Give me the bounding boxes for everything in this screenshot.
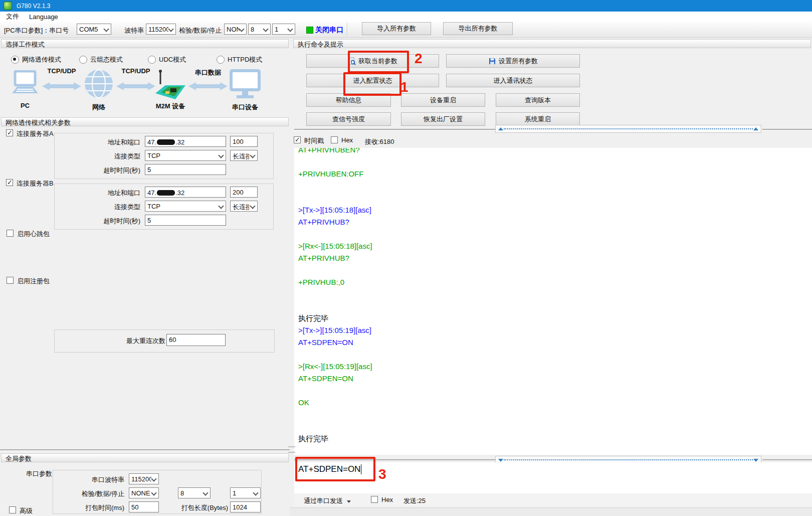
trackbar-thumb-icon[interactable] — [498, 459, 503, 462]
top-trackbar-slider[interactable] — [495, 125, 761, 133]
close-serial-button[interactable]: 关闭串口 — [315, 26, 343, 35]
checkbox-icon — [331, 136, 338, 143]
serial-open-status-icon — [306, 27, 313, 34]
log-line — [298, 156, 812, 168]
command-button[interactable]: 恢复出厂设置 — [401, 112, 485, 126]
server-b-address-input[interactable]: 47..32 — [145, 187, 226, 198]
title-bar: G780 V2.1.3 — [0, 0, 812, 12]
chevron-down-icon — [218, 203, 224, 209]
app-logo-icon — [4, 2, 12, 10]
trackbar-thumb-icon[interactable] — [498, 127, 503, 130]
log-line — [298, 180, 812, 192]
menu-item[interactable]: 文件 — [1, 12, 24, 22]
radio-icon — [79, 56, 87, 64]
log-line — [298, 349, 812, 361]
command-button[interactable]: 查信号强度 — [306, 112, 391, 126]
log-hex-checkbox[interactable]: Hex — [331, 136, 353, 144]
chevron-down-icon — [103, 26, 109, 32]
log-line — [298, 385, 812, 397]
server-a-timeout-input[interactable]: 5 — [145, 164, 226, 175]
checkbox-icon — [6, 129, 13, 136]
server-a-type-select[interactable]: TCP — [145, 150, 226, 161]
splitter-groove — [762, 459, 812, 460]
redacted-ip-segment — [157, 139, 175, 145]
stopbits-select[interactable]: 1 — [272, 24, 295, 35]
advanced-checkbox[interactable]: 高级 — [9, 506, 33, 515]
chevron-down-icon — [253, 490, 258, 495]
work-mode-radio[interactable]: 云组态模式 — [79, 55, 123, 64]
global-stopbits-select[interactable]: 1 — [230, 487, 261, 498]
at-command-log[interactable]: AT+PRIVHUBEN?+PRIVHUBEN:OFF>[Tx->][15:05… — [294, 148, 812, 455]
chevron-down-icon — [347, 500, 351, 503]
toolbar-separator — [347, 23, 347, 36]
server-b-port-input[interactable]: 200 — [230, 187, 258, 198]
global-baud-select[interactable]: 115200 — [129, 473, 159, 484]
reconnect-label: 最大重连次数 — [105, 336, 165, 346]
log-line — [298, 421, 812, 433]
arrow-icon — [42, 82, 81, 92]
server-a-checkbox[interactable]: 连接服务器A — [6, 129, 54, 138]
databits-select[interactable]: 8 — [248, 24, 271, 35]
log-line — [298, 228, 812, 240]
server-a-address-input[interactable]: 47..32 — [145, 136, 226, 147]
log-line: AT+PRIVHUB? — [298, 252, 812, 264]
trackbar-track — [504, 128, 753, 129]
work-mode-radio[interactable]: 网络透传模式 — [11, 55, 61, 64]
serial-node-label: 串口设备 — [226, 103, 265, 112]
global-databits-select[interactable]: 8 — [178, 487, 211, 498]
command-button[interactable]: 进入配置状态 — [306, 74, 439, 87]
m2m-device-icon — [153, 69, 187, 102]
import-params-button[interactable]: 导入所有参数 — [362, 22, 431, 35]
send-command-input[interactable]: AT+SDPEN=ON — [298, 464, 361, 474]
packtime-label: 打包时间(ms) — [74, 503, 124, 512]
chevron-down-icon — [168, 26, 173, 32]
send-via-serial-dropdown[interactable]: 通过串口发送 — [304, 496, 351, 505]
log-line — [298, 192, 812, 204]
timeout-label-b: 超时时间(秒) — [80, 217, 140, 226]
link2-label: TCP/UDP — [116, 67, 155, 75]
server-a-keepalive-select[interactable]: 长连接 — [230, 150, 258, 161]
log-line: OK — [298, 397, 812, 409]
timestamp-checkbox[interactable]: 时间戳 — [294, 136, 324, 145]
command-button[interactable]: 设备重启 — [401, 93, 485, 107]
addr-label-a: 地址和端口 — [90, 138, 140, 147]
server-a-port-input[interactable]: 100 — [230, 136, 258, 147]
trackbar-thumb-icon[interactable] — [753, 127, 758, 130]
pc-icon — [11, 70, 40, 99]
checkbox-icon — [371, 496, 378, 503]
menu-item[interactable]: Language — [24, 12, 63, 22]
pc-serial-label: [PC串口参数]：串口号 — [4, 26, 69, 35]
trackbar-track — [504, 459, 753, 460]
reconnect-input[interactable]: 60 — [166, 334, 226, 346]
register-checkbox[interactable]: 启用注册包 — [7, 277, 50, 286]
packlen-input[interactable]: 1024 — [230, 501, 261, 512]
global-params-header: 全局参数 — [1, 453, 289, 462]
checkbox-icon — [7, 230, 14, 237]
log-line: AT+SDPEN=ON — [298, 373, 812, 385]
server-b-type-select[interactable]: TCP — [145, 201, 226, 212]
global-parity-select[interactable]: NONE — [129, 487, 159, 498]
command-button[interactable]: 设置所有参数 — [446, 54, 580, 68]
server-b-checkbox[interactable]: 连接服务器B — [6, 179, 54, 188]
server-b-keepalive-select[interactable]: 长连接 — [230, 201, 258, 212]
command-button[interactable]: 进入通讯状态 — [446, 74, 580, 87]
trackbar-thumb-icon[interactable] — [753, 459, 758, 462]
server-b-timeout-input[interactable]: 5 — [145, 215, 226, 226]
command-button[interactable]: 帮助信息 — [306, 93, 391, 107]
heartbeat-checkbox[interactable]: 启用心跳包 — [7, 230, 50, 239]
export-params-button[interactable]: 导出所有参数 — [443, 22, 513, 35]
checkbox-icon — [9, 506, 16, 513]
work-mode-radio[interactable]: UDC模式 — [148, 55, 186, 64]
baud-select[interactable]: 115200 — [146, 24, 176, 35]
splitter-grip[interactable] — [288, 446, 295, 453]
parity-select[interactable]: NONI — [224, 24, 247, 35]
log-line — [298, 409, 812, 421]
command-button[interactable]: 系统重启 — [496, 112, 580, 126]
packtime-input[interactable]: 50 — [129, 501, 159, 512]
command-button[interactable]: 查询版本 — [496, 93, 580, 107]
com-port-select[interactable]: COM5 — [77, 24, 111, 35]
work-mode-radio[interactable]: HTTPD模式 — [217, 55, 262, 64]
arrow-icon — [116, 82, 155, 92]
send-hex-checkbox[interactable]: Hex — [371, 496, 393, 503]
received-count: 接收:6180 — [365, 137, 394, 146]
